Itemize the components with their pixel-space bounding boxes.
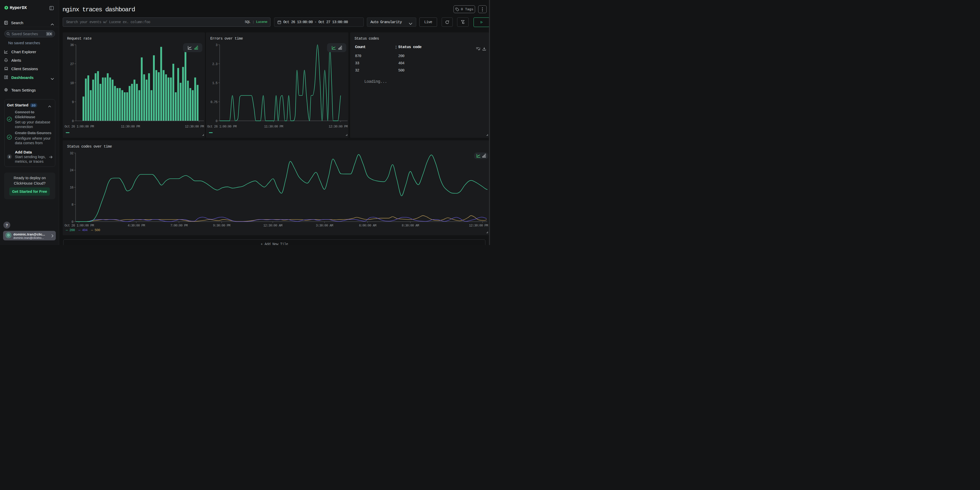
svg-text:3:30:00 AM: 3:30:00 AM xyxy=(316,224,333,228)
svg-text:11:30:00 PM: 11:30:00 PM xyxy=(264,125,283,129)
svg-text:11:30:00 PM: 11:30:00 PM xyxy=(121,125,140,129)
svg-text:9: 9 xyxy=(72,100,74,104)
svg-text:8: 8 xyxy=(72,203,73,207)
svg-text:4:30:00 PM: 4:30:00 PM xyxy=(127,224,145,228)
svg-text:32: 32 xyxy=(70,152,73,155)
svg-text:12:30:00 PM: 12:30:00 PM xyxy=(469,224,488,228)
svg-text:18: 18 xyxy=(70,81,74,85)
svg-text:12:30:00 PM: 12:30:00 PM xyxy=(185,125,204,129)
svg-text:3: 3 xyxy=(216,43,218,47)
svg-text:7:00:00 PM: 7:00:00 PM xyxy=(170,224,188,228)
svg-text:Oct 26 1:00:00 PM: Oct 26 1:00:00 PM xyxy=(65,224,94,228)
svg-text:0: 0 xyxy=(72,119,74,123)
svg-text:12:30:00 PM: 12:30:00 PM xyxy=(329,125,348,129)
svg-text:27: 27 xyxy=(70,62,74,66)
svg-text:2.3: 2.3 xyxy=(212,62,217,66)
svg-text:24: 24 xyxy=(70,169,73,172)
svg-text:0: 0 xyxy=(72,220,73,224)
svg-text:9:30:00 PM: 9:30:00 PM xyxy=(213,224,230,228)
svg-text:1.5: 1.5 xyxy=(212,81,217,85)
svg-text:8:30:00 AM: 8:30:00 AM xyxy=(402,224,419,228)
svg-text:12:30:00 AM: 12:30:00 AM xyxy=(263,224,282,228)
svg-text:0.75: 0.75 xyxy=(210,100,218,104)
svg-text:Oct 26 1:00:00 PM: Oct 26 1:00:00 PM xyxy=(65,125,94,129)
svg-text:36: 36 xyxy=(70,43,74,47)
svg-text:16: 16 xyxy=(70,186,73,189)
svg-text:0: 0 xyxy=(216,119,218,123)
svg-text:Oct 26 1:00:00 PM: Oct 26 1:00:00 PM xyxy=(207,125,237,129)
svg-text:6:00:00 AM: 6:00:00 AM xyxy=(359,224,376,228)
